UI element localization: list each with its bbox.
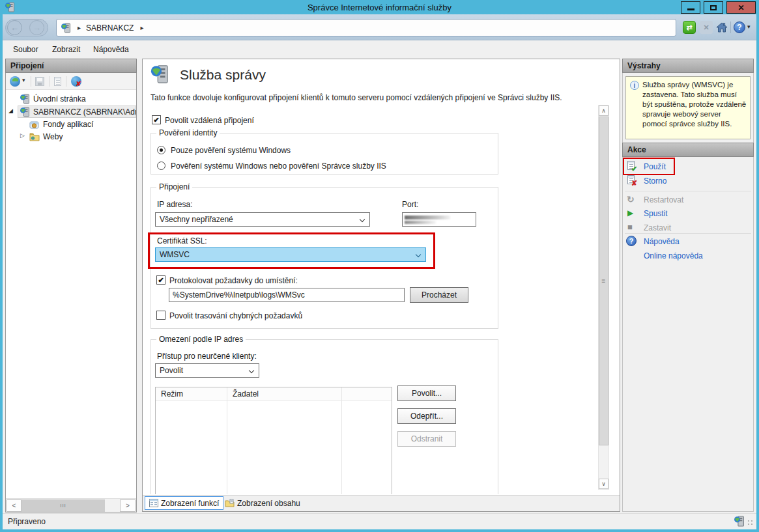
resize-grip[interactable] <box>747 518 754 526</box>
actions-separator <box>625 191 751 191</box>
address-box[interactable]: ▸ SABRNAKCZ ▸ <box>56 19 676 36</box>
help-dropdown-icon[interactable]: ▾ <box>747 23 751 30</box>
menu-item-file[interactable]: Soubor <box>13 45 38 54</box>
maximize-icon <box>710 5 717 10</box>
tree-expander-icon[interactable]: ▷ <box>20 132 25 139</box>
restart-action: Restartovat <box>644 195 683 204</box>
connections-toolbar: ▾ ✘ <box>6 73 136 90</box>
windows-or-iis-radio[interactable] <box>157 161 165 170</box>
deny-button[interactable]: Odepřít... <box>397 408 456 424</box>
close-icon: ✕ <box>738 3 744 12</box>
check-icon: ✔ <box>153 116 159 124</box>
connection-legend: Připojení <box>156 182 192 191</box>
start-action[interactable]: Spustit <box>644 209 668 218</box>
create-connection-caret-icon[interactable]: ▾ <box>22 77 25 83</box>
access-label: Přístup pro neurčené klienty: <box>157 352 257 361</box>
tab-content-view[interactable]: Zobrazení obsahu <box>221 496 304 510</box>
enable-remote-label: Povolit vzdálená připojení <box>165 116 254 125</box>
port-label: Port: <box>402 200 418 209</box>
log-requests-checkbox[interactable]: ✔ <box>156 275 165 285</box>
column-header-requestor[interactable]: Žadatel <box>233 389 259 399</box>
scroll-left-button[interactable]: < <box>7 499 21 512</box>
check-icon: ✔ <box>158 276 164 284</box>
column-header-mode[interactable]: Režim <box>161 389 183 399</box>
tree-item-home[interactable]: Úvodní stránka <box>6 93 136 105</box>
toolbar-separator <box>730 21 731 33</box>
tab-features-view[interactable]: Zobrazení funkcí <box>145 496 223 510</box>
log-path-input[interactable]: %SystemDrive%\Inetpub\logs\WMSvc <box>169 288 405 302</box>
tracing-checkbox[interactable] <box>156 311 165 320</box>
toolbar-separator <box>49 76 50 87</box>
scroll-right-button[interactable]: > <box>120 499 136 512</box>
access-select[interactable]: Povolit <box>155 363 259 378</box>
stop-icon: ✕ <box>703 23 709 32</box>
browse-button[interactable]: Procházet <box>410 287 468 303</box>
minimize-button[interactable] <box>681 1 700 14</box>
info-icon: i <box>630 81 639 90</box>
close-button[interactable]: ✕ <box>726 1 756 14</box>
breadcrumb-arrow-icon[interactable]: ▸ <box>140 24 143 31</box>
redacted-value <box>405 216 450 219</box>
ssl-cert-label: Certifikát SSL: <box>157 236 207 245</box>
apply-action[interactable]: Použít <box>644 162 666 171</box>
tree-item-server[interactable]: ◢ SABRNAKCZ (SABRNAK\Adm <box>6 105 136 119</box>
chevron-down-icon <box>360 217 365 222</box>
server-icon <box>20 107 30 117</box>
vscroll-thumb[interactable]: ≡ <box>599 117 609 445</box>
nav-pill: ← → <box>5 19 48 36</box>
stop-button[interactable]: ✕ <box>700 21 713 34</box>
vscroll-grip-icon: ≡ <box>602 277 606 285</box>
column-divider[interactable] <box>341 387 342 494</box>
enable-remote-checkbox[interactable]: ✔ <box>152 115 161 124</box>
connections-hscrollbar: < III > <box>6 498 136 512</box>
save-connection-icon[interactable] <box>35 77 44 86</box>
title-bar: Správce Internetové informační služby <box>0 0 759 14</box>
rename-connection-icon[interactable] <box>54 77 61 86</box>
chevron-down-icon <box>249 368 254 373</box>
forward-button[interactable]: → <box>29 20 44 35</box>
maximize-button[interactable] <box>704 1 723 14</box>
status-bar: Připraveno <box>3 513 756 529</box>
port-input[interactable] <box>402 212 476 227</box>
connections-title: Připojení <box>10 61 44 70</box>
breadcrumb-server[interactable]: SABRNAKCZ <box>86 23 134 33</box>
toolbar-separator <box>66 76 66 87</box>
breadcrumb-arrow-icon[interactable]: ▸ <box>78 24 81 31</box>
tree-item-sites[interactable]: ▷ Weby <box>6 131 136 143</box>
help-circle-icon: ? <box>626 236 637 246</box>
window-title: Správce Internetové informační služby <box>308 3 451 12</box>
help-button[interactable]: ? <box>734 21 745 33</box>
cancel-cross-icon: ✘ <box>631 179 637 188</box>
help-action[interactable]: Nápověda <box>644 237 680 246</box>
tree-item-app-pools[interactable]: Fondy aplikací <box>6 119 136 131</box>
refresh-button[interactable]: ⇄ <box>683 21 696 34</box>
column-divider[interactable] <box>227 387 227 494</box>
scroll-up-button[interactable]: ∧ <box>599 105 609 116</box>
remove-connection-icon[interactable]: ✘ <box>71 76 81 87</box>
windows-only-radio[interactable] <box>157 146 165 154</box>
rules-table[interactable]: Režim Žadatel <box>155 387 392 494</box>
features-view-icon <box>149 499 158 507</box>
back-button[interactable]: ← <box>7 20 22 35</box>
restart-icon: ↻ <box>627 194 635 204</box>
hscroll-thumb[interactable]: III <box>21 499 105 512</box>
tree-label-app-pools: Fondy aplikací <box>43 120 93 129</box>
create-connection-icon[interactable] <box>10 76 20 87</box>
menu-item-view[interactable]: Zobrazit <box>52 45 80 54</box>
allow-button[interactable]: Povolit... <box>397 385 456 401</box>
ip-address-select[interactable]: Všechny nepřiřazené <box>155 212 370 227</box>
home-icon[interactable] <box>715 21 728 34</box>
alert-message: Služba správy (WMSVC) je zastavena. Tato… <box>642 80 747 129</box>
actions-separator <box>625 233 751 234</box>
cancel-action[interactable]: Storno <box>644 176 666 186</box>
scroll-down-button[interactable]: ∨ <box>599 479 609 489</box>
actions-title: Akce <box>627 145 646 154</box>
stop-square-icon: ■ <box>627 222 633 232</box>
menu-item-help[interactable]: Nápověda <box>93 45 129 54</box>
online-help-action[interactable]: Online nápověda <box>644 251 703 260</box>
ssl-cert-select[interactable]: WMSVC <box>155 247 426 262</box>
site-icon <box>20 94 30 104</box>
content-view-icon <box>225 499 235 507</box>
tree-expander-icon[interactable]: ◢ <box>8 107 13 114</box>
forward-icon: → <box>33 23 41 33</box>
